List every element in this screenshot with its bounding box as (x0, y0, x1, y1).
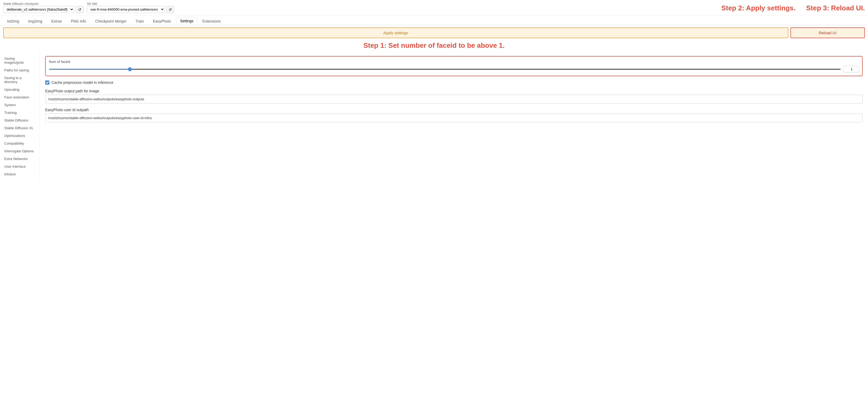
tab-extensions[interactable]: Extensions (198, 17, 224, 25)
checkpoint-label: Stable Diffusion checkpoint (3, 2, 84, 5)
vae-select[interactable]: vae-ft-mse-840000-ema-pruned.safetensors (87, 6, 165, 13)
vae-section: SD VAE vae-ft-mse-840000-ema-pruned.safe… (87, 2, 174, 13)
vae-label: SD VAE (87, 2, 174, 5)
content-area: Saving images/grids Paths for saving Sav… (0, 52, 868, 181)
sidebar-item-compatibility[interactable]: Compatibility (2, 140, 37, 147)
action-bar: Apply settings Reload UI (0, 25, 868, 40)
sidebar-item-extra-networks[interactable]: Extra Networks (2, 155, 37, 162)
tab-txt2img[interactable]: txt2img (3, 17, 23, 25)
sidebar-item-stable-diffusion[interactable]: Stable Diffusion (2, 117, 37, 124)
sidebar-item-user-interface[interactable]: User interface (2, 163, 37, 170)
main-panel: Num of faceid Cache preprocess model in … (40, 52, 868, 181)
faceid-section: Num of faceid (45, 56, 863, 76)
faceid-slider-row (49, 66, 859, 72)
faceid-value-input[interactable] (843, 66, 859, 72)
sidebar-item-saving-images[interactable]: Saving images/grids (2, 55, 37, 66)
step1-annotation: Step 1: Set number of faceid to be above… (363, 41, 505, 49)
cache-label: Cache preprocess model in Inference (52, 80, 114, 84)
sidebar-item-upscaling[interactable]: Upscaling (2, 86, 37, 93)
tab-png-info[interactable]: PNG Info (67, 17, 90, 25)
checkpoint-select[interactable]: deliberate_v2.safetensors [9aba26abdf] (3, 6, 74, 13)
sidebar-item-paths-saving[interactable]: Paths for saving (2, 67, 37, 74)
faceid-slider[interactable] (49, 69, 841, 70)
cache-checkbox[interactable] (45, 80, 50, 84)
tab-easyphoto[interactable]: EasyPhoto (149, 17, 175, 25)
reload-ui-button[interactable]: Reload UI (790, 27, 865, 38)
tab-bar: txt2img img2img Extras PNG Info Checkpoi… (0, 15, 868, 25)
step3-annotation: Step 3: Reload UI. (806, 4, 865, 12)
output-path-input[interactable] (45, 95, 863, 103)
user-id-path-label: EasyPhoto user id outpath (45, 108, 863, 112)
cache-checkbox-row: Cache preprocess model in Inference (45, 80, 863, 84)
sidebar-item-training[interactable]: Training (2, 109, 37, 116)
tab-img2img[interactable]: img2img (24, 17, 46, 25)
output-path-label: EasyPhoto output path for image (45, 89, 863, 93)
sidebar: Saving images/grids Paths for saving Sav… (0, 52, 40, 181)
tab-settings[interactable]: Settings (176, 17, 197, 25)
apply-settings-button[interactable]: Apply settings (3, 27, 788, 38)
vae-refresh-button[interactable]: ↺ (166, 6, 174, 13)
user-id-path-input[interactable] (45, 113, 863, 122)
checkpoint-refresh-button[interactable]: ↺ (76, 6, 84, 13)
faceid-label: Num of faceid (49, 60, 859, 64)
tab-extras[interactable]: Extras (47, 17, 66, 25)
sidebar-item-system[interactable]: System (2, 101, 37, 108)
sidebar-item-infotext[interactable]: Infotext (2, 171, 37, 178)
sidebar-item-interrogate-options[interactable]: Interrogate Options (2, 147, 37, 155)
tab-train[interactable]: Train (132, 17, 148, 25)
checkpoint-section: Stable Diffusion checkpoint deliberate_v… (3, 2, 84, 13)
sidebar-item-saving-directory[interactable]: Saving to a directory (2, 74, 37, 85)
user-id-path-section: EasyPhoto user id outpath (45, 108, 863, 122)
sidebar-item-face-restoration[interactable]: Face restoration (2, 94, 37, 101)
output-path-section: EasyPhoto output path for image (45, 89, 863, 103)
step2-annotation: Step 2: Apply settings. (721, 4, 796, 12)
tab-checkpoint-merger[interactable]: Checkpoint Merger (91, 17, 130, 25)
top-bar: Stable Diffusion checkpoint deliberate_v… (0, 0, 868, 15)
sidebar-item-stable-diffusion-xl[interactable]: Stable Diffusion XL (2, 125, 37, 132)
sidebar-item-optimizations[interactable]: Optimizations (2, 132, 37, 139)
